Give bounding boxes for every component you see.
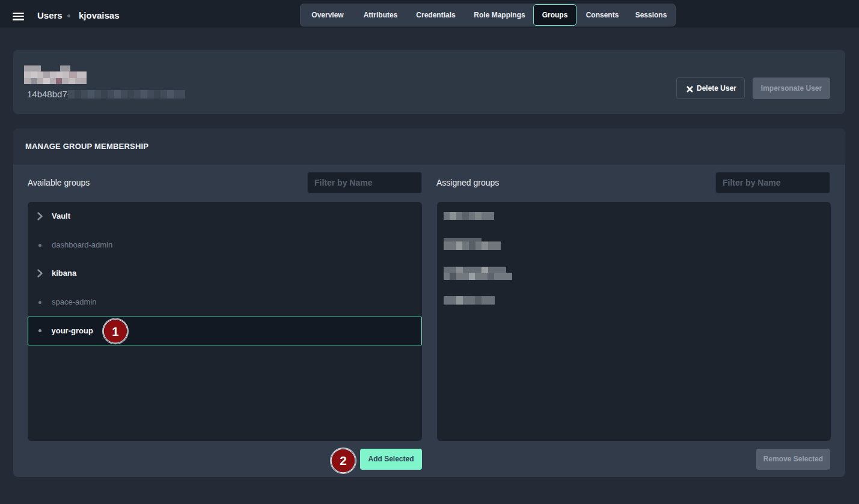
svg-text:2: 2 [340,454,346,467]
svg-text:1: 1 [112,324,118,338]
